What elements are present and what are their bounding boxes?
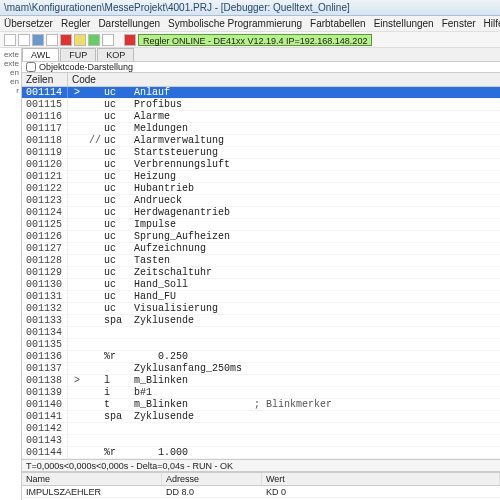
- window-titlebar: \mam\Konfigurationen\MesseProjekt\4001.P…: [0, 0, 500, 16]
- code-row[interactable]: 001135: [22, 339, 500, 351]
- code-row[interactable]: 001137 Zyklusanfang_250ms: [22, 363, 500, 375]
- menu-übersetzer[interactable]: Übersetzer: [4, 18, 53, 29]
- menubar: ÜbersetzerReglerDarstellungenSymbolische…: [0, 16, 500, 32]
- code-view-tabs: AWLFUPKOP: [22, 48, 500, 62]
- header-code[interactable]: Code: [68, 73, 500, 86]
- code-row[interactable]: 001140 t m_Blinken; Blinkmerker: [22, 399, 500, 411]
- tool-run-icon[interactable]: [88, 34, 100, 46]
- variable-table[interactable]: Name Adresse Wert IMPULSZAEHLERDD 8.0KD …: [22, 473, 500, 500]
- code-row[interactable]: 001129 uc Zeitschaltuhr: [22, 267, 500, 279]
- online-status: Regler ONLINE - DE41xx V12.19.4 IP=192.1…: [138, 34, 372, 46]
- menu-fenster[interactable]: Fenster: [442, 18, 476, 29]
- varhdr-name[interactable]: Name: [22, 473, 162, 485]
- tool-stop-icon[interactable]: [60, 34, 72, 46]
- tool-new-icon[interactable]: [4, 34, 16, 46]
- code-row[interactable]: 001118 //uc Alarmverwaltung: [22, 135, 500, 147]
- code-row[interactable]: 001115 uc Profibus: [22, 99, 500, 111]
- code-table-header: Zeilen Code: [22, 73, 500, 87]
- code-row[interactable]: 001141 spa Zyklusende: [22, 411, 500, 423]
- code-row[interactable]: 001120 uc Verbrennungsluft: [22, 159, 500, 171]
- menu-hilfe[interactable]: Hilfe: [484, 18, 500, 29]
- code-row[interactable]: 001138> l m_Blinken: [22, 375, 500, 387]
- tool-print-icon[interactable]: [46, 34, 58, 46]
- code-row[interactable]: 001143: [22, 435, 500, 447]
- menu-regler[interactable]: Regler: [61, 18, 90, 29]
- code-row[interactable]: 001122 uc Hubantrieb: [22, 183, 500, 195]
- code-row[interactable]: 001121 uc Heizung: [22, 171, 500, 183]
- varhdr-adresse[interactable]: Adresse: [162, 473, 262, 485]
- tool-open-icon[interactable]: [18, 34, 30, 46]
- code-row[interactable]: 001139 i b#1: [22, 387, 500, 399]
- tool-pause-icon[interactable]: [74, 34, 86, 46]
- run-status-bar: T=0,000s<0,000s<0,000s - Delta=0,04s - R…: [22, 459, 500, 472]
- code-row[interactable]: 001144 %r 1.000: [22, 447, 500, 459]
- tool-step-icon[interactable]: [102, 34, 114, 46]
- code-row[interactable]: 001142: [22, 423, 500, 435]
- menu-einstellungen[interactable]: Einstellungen: [374, 18, 434, 29]
- toolbar-main: Regler ONLINE - DE41xx V12.19.4 IP=192.1…: [0, 32, 500, 48]
- code-row[interactable]: 001114> uc Anlauf: [22, 87, 500, 99]
- objektcode-checkbox-row: Objektcode-Darstellung: [22, 62, 500, 73]
- code-row[interactable]: 001136 %r 0.250: [22, 351, 500, 363]
- code-row[interactable]: 001132 uc Visualisierung: [22, 303, 500, 315]
- code-row[interactable]: 001116 uc Alarme: [22, 111, 500, 123]
- tab-kop[interactable]: KOP: [97, 48, 134, 61]
- code-row[interactable]: 001128 uc Tasten: [22, 255, 500, 267]
- variable-table-header: Name Adresse Wert: [22, 473, 500, 486]
- tool-save-icon[interactable]: [32, 34, 44, 46]
- tab-awl[interactable]: AWL: [22, 48, 59, 61]
- header-zeilen[interactable]: Zeilen: [22, 73, 68, 86]
- code-row[interactable]: 001117 uc Meldungen: [22, 123, 500, 135]
- code-row[interactable]: 001134: [22, 327, 500, 339]
- varhdr-wert[interactable]: Wert: [262, 473, 500, 485]
- objektcode-checkbox[interactable]: [26, 62, 36, 72]
- code-row[interactable]: 001119 uc Startsteuerung: [22, 147, 500, 159]
- code-row[interactable]: 001126 uc Sprung_Aufheizen: [22, 231, 500, 243]
- objektcode-label: Objektcode-Darstellung: [39, 62, 133, 72]
- tab-fup[interactable]: FUP: [60, 48, 96, 61]
- menu-farbtabellen[interactable]: Farbtabellen: [310, 18, 366, 29]
- code-row[interactable]: 001127 uc Aufzeichnung: [22, 243, 500, 255]
- code-table[interactable]: 001114> uc Anlauf001115 uc Profibus00111…: [22, 87, 500, 459]
- code-row[interactable]: 001124 uc Herdwagenantrieb: [22, 207, 500, 219]
- left-tree-panel[interactable]: exteexteenenr: [0, 48, 22, 500]
- code-row[interactable]: 001133 spa Zyklusende: [22, 315, 500, 327]
- tool-record-icon[interactable]: [124, 34, 136, 46]
- menu-darstellungen[interactable]: Darstellungen: [98, 18, 160, 29]
- code-row[interactable]: 001131 uc Hand_FU: [22, 291, 500, 303]
- code-row[interactable]: 001123 uc Andrueck: [22, 195, 500, 207]
- var-row[interactable]: IMPULSZAEHLERDD 8.0KD 0: [22, 486, 500, 498]
- menu-symbolische programmierung[interactable]: Symbolische Programmierung: [168, 18, 302, 29]
- code-row[interactable]: 001130 uc Hand_Soll: [22, 279, 500, 291]
- code-row[interactable]: 001125 uc Impulse: [22, 219, 500, 231]
